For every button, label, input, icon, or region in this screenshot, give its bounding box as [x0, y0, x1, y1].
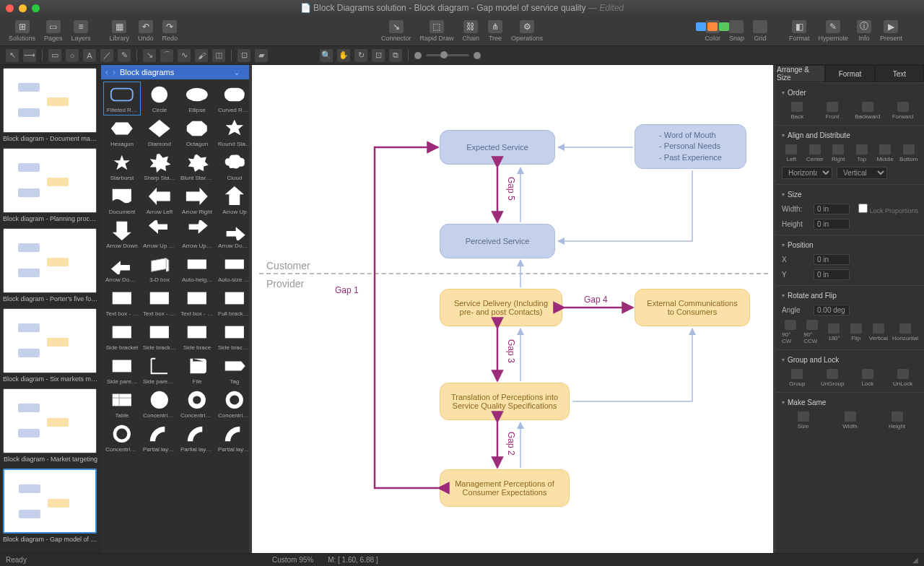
- text-insert-tool[interactable]: ⟶: [23, 49, 36, 62]
- page-thumb[interactable]: Block diagram - Planning process: [3, 148, 98, 222]
- align-right[interactable]: Right: [829, 144, 848, 162]
- size-header[interactable]: Size: [782, 188, 918, 201]
- expected-box[interactable]: Expected Service: [440, 130, 555, 165]
- zoom-in[interactable]: [474, 52, 481, 59]
- shape-sharp-sta-[interactable]: Sharp Sta…: [141, 150, 178, 183]
- undo-button[interactable]: ↶Undo: [135, 19, 157, 43]
- status-zoom[interactable]: Custom 95%: [272, 556, 313, 564]
- connector-tool[interactable]: ↘: [143, 49, 156, 62]
- shape-side-parenth-[interactable]: Side parenth…: [141, 354, 178, 386]
- grid-button[interactable]: Grid: [750, 19, 770, 43]
- library-forward[interactable]: ›: [113, 67, 116, 77]
- delivery-box[interactable]: Service Delivery (Including pre- and pos…: [440, 289, 562, 326]
- rotate-flip[interactable]: Flip: [847, 323, 865, 341]
- shape-side-pare-[interactable]: Side pare…: [104, 354, 140, 386]
- shape-table[interactable]: Table: [104, 388, 140, 420]
- solutions-button[interactable]: ⊞Solutions: [6, 19, 38, 43]
- shape-file[interactable]: File: [179, 354, 215, 386]
- page-thumb[interactable]: Block diagram - Gap model of service q…: [3, 469, 98, 543]
- tab-text[interactable]: Text: [875, 65, 924, 82]
- shape-hexagon[interactable]: Hexagon: [104, 116, 140, 149]
- shape-filleted-r-[interactable]: Filleted R…: [104, 82, 140, 115]
- shape-text-box-[interactable]: Text box - …: [104, 286, 140, 318]
- shape-arrow-up-left[interactable]: Arrow Up Left: [141, 218, 178, 251]
- redo-button[interactable]: ↷Redo: [160, 19, 181, 43]
- width-input[interactable]: [814, 204, 850, 214]
- canvas[interactable]: Customer Provider Gap 1 Expected Service…: [252, 65, 773, 553]
- shape-arrow-right[interactable]: Arrow Right: [179, 184, 215, 217]
- rapid draw-button[interactable]: ⬚Rapid Draw: [417, 19, 456, 43]
- crop-tool[interactable]: ⊡: [372, 49, 385, 62]
- layers-button[interactable]: ≡Layers: [69, 19, 94, 43]
- shape-partial-layer-1[interactable]: Partial layer 1: [141, 422, 178, 454]
- shape-arrow-down[interactable]: Arrow Down: [104, 218, 140, 251]
- lock-proportions[interactable]: [858, 204, 868, 213]
- minimize-window[interactable]: [19, 4, 27, 12]
- rotate-vertical[interactable]: Vertical: [869, 323, 888, 341]
- perceived-box[interactable]: Perceived Service: [440, 224, 555, 258]
- library-menu[interactable]: ⌄: [233, 67, 240, 77]
- y-input[interactable]: [814, 269, 850, 280]
- fill-tool[interactable]: ▰: [255, 49, 268, 62]
- shape-curved-re-[interactable]: Curved Re…: [217, 82, 249, 115]
- line-tool[interactable]: ／: [100, 49, 113, 62]
- same-height[interactable]: Height: [876, 412, 918, 430]
- shape-cloud[interactable]: Cloud: [217, 150, 249, 183]
- shape-arrow-dow-[interactable]: Arrow Dow…: [217, 218, 249, 251]
- rotate-180-[interactable]: 180°: [825, 323, 842, 341]
- shape-blunt-starburst[interactable]: Blunt Starburst: [179, 150, 215, 183]
- shape-concentric-[interactable]: Concentric …: [104, 422, 140, 454]
- shape-arrow-up[interactable]: Arrow Up: [217, 184, 249, 217]
- ellipse-tool[interactable]: ○: [66, 49, 79, 62]
- rotate-90-ccw[interactable]: 90° CCW: [803, 320, 821, 344]
- group-lock[interactable]: Lock: [853, 369, 884, 387]
- shape-text-box-p-[interactable]: Text box - p…: [179, 286, 215, 318]
- rotate-horizontal[interactable]: Horizontal: [892, 323, 918, 341]
- hand-tool[interactable]: ✋: [337, 49, 350, 62]
- same-header[interactable]: Make Same: [782, 396, 918, 409]
- shape-concentric-[interactable]: Concentric …: [217, 388, 249, 420]
- pages-button[interactable]: ▭Pages: [41, 19, 66, 43]
- hypernote-button[interactable]: ✎Hypernote: [815, 19, 851, 43]
- shape-tag[interactable]: Tag: [217, 354, 249, 386]
- close-window[interactable]: [6, 4, 14, 12]
- page-thumb[interactable]: Block diagram - Document management…: [3, 68, 98, 142]
- same-size[interactable]: Size: [782, 412, 824, 430]
- shape-document[interactable]: Document: [104, 184, 140, 217]
- align-top[interactable]: Top: [853, 144, 872, 162]
- angle-input[interactable]: [814, 305, 850, 315]
- group-header[interactable]: Group and Lock: [782, 353, 918, 367]
- shape-arrow-up-[interactable]: Arrow Up…: [179, 218, 215, 251]
- text-tool[interactable]: A: [83, 49, 96, 62]
- shape-side-bracket[interactable]: Side bracket: [104, 320, 140, 352]
- pen-tool[interactable]: ✎: [118, 49, 131, 62]
- shape-partial-layer-2[interactable]: Partial layer 2: [179, 422, 215, 454]
- management-box[interactable]: Management Perceptions of Consumer Expec…: [440, 469, 570, 507]
- arc-tool[interactable]: ⌒: [160, 49, 173, 62]
- library-button[interactable]: ▦Library: [107, 19, 133, 43]
- order-front[interactable]: Front: [817, 102, 848, 120]
- translation-box[interactable]: Translation of Perceptions into Service …: [440, 383, 570, 420]
- order-header[interactable]: Order: [782, 86, 918, 100]
- color-button[interactable]: Color: [702, 19, 723, 43]
- tab-arrange[interactable]: Arrange & Size: [776, 65, 825, 82]
- shape-diamond[interactable]: Diamond: [141, 116, 178, 149]
- info-button[interactable]: ⓘInfo: [854, 19, 874, 43]
- height-input[interactable]: [814, 219, 850, 230]
- shape-partial-layer-3[interactable]: Partial layer 3: [217, 422, 249, 454]
- shape-auto-size-box[interactable]: Auto-size box: [217, 252, 249, 284]
- operations-button[interactable]: ⚙Operations: [508, 19, 546, 43]
- library-back[interactable]: ‹: [105, 67, 108, 77]
- tree-button[interactable]: ⋔Tree: [485, 19, 505, 43]
- order-forward[interactable]: Forward: [887, 102, 918, 120]
- wom-box[interactable]: - Word of Mouth - Personal Needs - Past …: [635, 124, 746, 169]
- shape-starburst[interactable]: Starburst: [104, 150, 140, 183]
- rotate-90-cw[interactable]: 90° CW: [782, 320, 799, 344]
- shape-auto-heig-[interactable]: Auto-heig…: [179, 252, 215, 284]
- brush-tool[interactable]: 🖌: [195, 49, 208, 62]
- position-header[interactable]: Position: [782, 238, 918, 252]
- shape-arrow-dow-[interactable]: Arrow Dow…: [104, 252, 140, 284]
- shape-ellipse[interactable]: Ellipse: [179, 82, 215, 115]
- eraser-tool[interactable]: ◫: [212, 49, 225, 62]
- group-unlock[interactable]: UnLock: [887, 369, 918, 387]
